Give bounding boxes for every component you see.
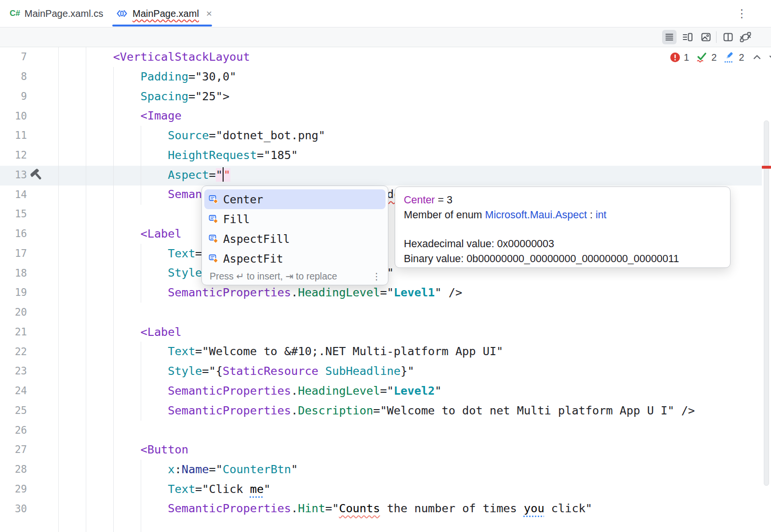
completion-item-aspectfill[interactable]: AspectFill <box>204 229 386 249</box>
next-issue-chevron-icon[interactable] <box>768 53 771 62</box>
line-number: 23 <box>0 365 27 377</box>
tab-label: MainPage.xaml <box>133 8 199 19</box>
note-count: 2 <box>739 52 744 63</box>
code-line-10[interactable]: 10 <Image <box>0 106 771 126</box>
error-icon <box>670 52 680 63</box>
line-number: 18 <box>0 267 27 279</box>
enum-member-icon <box>209 234 219 244</box>
line-number: 16 <box>0 228 27 239</box>
prev-issue-chevron-icon[interactable] <box>752 53 762 62</box>
completion-more-icon[interactable]: ⋮ <box>372 271 381 282</box>
code-line-30[interactable]: 30 SemanticProperties.Hint="Counts the n… <box>0 499 771 519</box>
completion-item-aspectfit[interactable]: AspectFit <box>204 249 386 268</box>
code-line-12[interactable]: 12 HeightRequest="185" <box>0 146 771 165</box>
code-line-29[interactable]: 29 Text="Click me" <box>0 479 771 499</box>
line-number: 30 <box>0 503 27 515</box>
image-icon <box>700 31 712 43</box>
csharp-file-icon: C# <box>10 9 20 18</box>
completion-item-label: Fill <box>223 213 250 226</box>
doc-enum-name: Center <box>404 194 435 206</box>
editor-mode-toolbar <box>0 27 771 47</box>
code-lines-icon <box>664 32 675 42</box>
code-line-8[interactable]: 8 Padding="30,0" <box>0 67 771 87</box>
tab-label: MainPage.xaml.cs <box>25 8 103 19</box>
line-number: 29 <box>0 483 27 495</box>
line-number: 9 <box>0 91 27 102</box>
line-number: 11 <box>0 130 27 141</box>
line-number: 15 <box>0 208 27 220</box>
editor-tab-bar: C# MainPage.xaml.cs MainPage.xaml × ⋮ <box>0 0 771 27</box>
doc-enum-type-link[interactable]: Microsoft.Maui.Aspect <box>485 209 586 221</box>
swap-panels-button[interactable] <box>738 30 753 44</box>
close-tab-icon[interactable]: × <box>206 8 212 19</box>
code-line-9[interactable]: 9 Spacing="25"> <box>0 87 771 106</box>
line-number: 22 <box>0 346 27 358</box>
split-view-icon <box>722 31 734 43</box>
completion-item-fill[interactable]: Fill <box>204 209 386 229</box>
code-line-28[interactable]: 28 x:Name="CounterBtn" <box>0 460 771 479</box>
completion-item-center[interactable]: Center <box>204 189 386 209</box>
xaml-file-icon <box>116 7 128 20</box>
line-number: 27 <box>0 444 27 455</box>
doc-int-link[interactable]: int <box>596 209 607 221</box>
line-number: 28 <box>0 464 27 475</box>
doc-enum-value: = 3 <box>435 194 452 206</box>
documentation-popup: Center = 3 Member of enum Microsoft.Maui… <box>395 186 731 268</box>
completion-hint: Press ↵ to insert, ⇥ to replace <box>210 271 337 282</box>
doc-title: Center = 3 <box>404 193 721 208</box>
error-count: 1 <box>684 52 689 63</box>
code-preview-icon <box>682 31 693 43</box>
typo-count: 2 <box>711 52 717 63</box>
code-line-7[interactable]: 7 <VerticalStackLayout <box>0 47 771 67</box>
line-number: 10 <box>0 110 27 122</box>
active-tab-indicator <box>112 25 212 27</box>
tab-bar-more-icon[interactable]: ⋮ <box>736 7 747 20</box>
enum-member-icon <box>209 194 219 204</box>
view-code-only-button[interactable] <box>662 30 677 44</box>
text-caret <box>223 167 224 182</box>
code-line-27[interactable]: 27 <Button <box>0 440 771 460</box>
tab-mainpage-xaml-cs[interactable]: C# MainPage.xaml.cs <box>10 0 103 27</box>
error-stripe-mark[interactable] <box>762 166 771 169</box>
code-line-11[interactable]: 11 Source="dotnet_bot.png" <box>0 126 771 146</box>
line-number: 14 <box>0 189 27 200</box>
code-line-20[interactable]: 20 <box>0 303 771 322</box>
code-line-13[interactable]: 13 Aspect="" <box>0 165 771 185</box>
line-number: 24 <box>0 385 27 397</box>
ide-window: C# MainPage.xaml.cs MainPage.xaml × ⋮ <box>0 0 771 532</box>
code-line-26[interactable]: 26 <box>0 420 771 440</box>
doc-spacer <box>404 223 721 237</box>
line-number: 21 <box>0 326 27 338</box>
line-number: 12 <box>0 149 27 161</box>
line-number: 25 <box>0 405 27 416</box>
enum-member-icon <box>209 253 219 264</box>
code-line-23[interactable]: 23 Style="{StaticResource SubHeadline}" <box>0 361 771 381</box>
line-number: 20 <box>0 306 27 318</box>
toolbar-divider <box>716 31 717 43</box>
inspections-widget[interactable]: 1 2 2 <box>670 50 771 65</box>
completion-item-label: AspectFill <box>223 233 290 245</box>
view-code-and-preview-button[interactable] <box>680 30 695 44</box>
view-preview-only-button[interactable] <box>699 30 713 44</box>
code-line-25[interactable]: 25 SemanticProperties.Description="Welco… <box>0 401 771 421</box>
code-line-24[interactable]: 24 SemanticProperties.HeadingLevel="Leve… <box>0 381 771 401</box>
swap-arrows-icon <box>739 31 752 43</box>
doc-hex-line: Hexadecimal value: 0x00000003 <box>404 237 721 252</box>
quick-fix-hammer-icon[interactable] <box>29 167 45 183</box>
tab-mainpage-xaml[interactable]: MainPage.xaml × <box>116 0 212 27</box>
line-number: 26 <box>0 425 27 436</box>
typo-icon <box>695 51 708 64</box>
doc-binary-line: Binary value: 0b00000000_00000000_000000… <box>404 252 721 266</box>
code-line-21[interactable]: 21 <Label <box>0 322 771 342</box>
line-number: 17 <box>0 248 27 259</box>
line-number: 8 <box>0 71 27 82</box>
code-line-22[interactable]: 22 Text="Welcome to &#10;.NET Multi-plat… <box>0 342 771 361</box>
line-number: 19 <box>0 287 27 298</box>
scrollbar-thumb[interactable] <box>764 120 769 486</box>
split-view-button[interactable] <box>721 30 735 44</box>
code-editor[interactable]: 7 <VerticalStackLayout8 Padding="30,0"9 … <box>0 47 771 532</box>
code-line-19[interactable]: 19 SemanticProperties.HeadingLevel="Leve… <box>0 283 771 303</box>
doc-member-line: Member of enum Microsoft.Maui.Aspect : i… <box>404 208 721 223</box>
line-number: 13 <box>0 169 27 181</box>
completion-footer: Press ↵ to insert, ⇥ to replace ⋮ <box>202 268 388 285</box>
